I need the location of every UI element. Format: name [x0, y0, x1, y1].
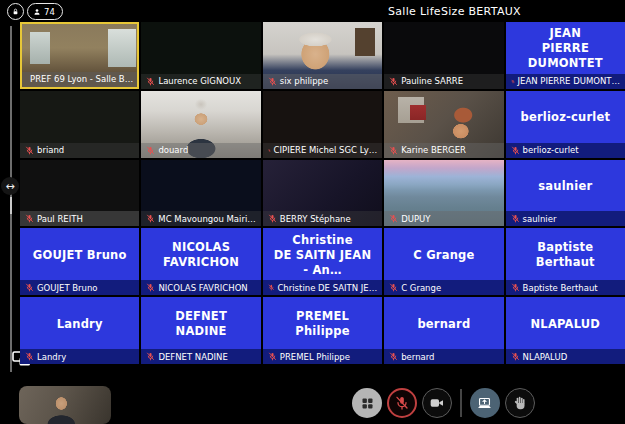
participant-tile[interactable]: NLAPALUDNLAPALUD	[506, 297, 625, 364]
participant-tile[interactable]: berlioz-curletberlioz-curlet	[506, 91, 625, 158]
muted-mic-icon	[268, 77, 277, 86]
muted-mic-icon	[146, 77, 155, 86]
horizontal-resize-icon[interactable]: ↔	[1, 177, 19, 195]
participant-tile[interactable]: Christine DE SAITN JEAN - An…Christine D…	[263, 228, 382, 295]
participant-label-bar: Karine BERGER	[384, 143, 503, 158]
panel-divider-highlight	[10, 197, 13, 214]
muted-mic-icon	[511, 283, 520, 292]
muted-mic-icon	[389, 77, 398, 86]
participant-label-bar: six philippe	[263, 74, 382, 89]
participant-label-bar: Pauline SARRE	[384, 74, 503, 89]
participant-label-bar: DEFNET NADINE	[141, 349, 260, 364]
participant-label-bar: berlioz-curlet	[506, 143, 625, 158]
participant-label-bar: Paul REITH	[20, 211, 139, 226]
participant-name: berlioz-curlet	[506, 91, 625, 145]
control-divider	[460, 389, 462, 417]
participant-label: DUPUY	[401, 214, 430, 224]
muted-mic-icon	[511, 77, 515, 86]
muted-mic-icon	[146, 146, 155, 155]
participant-label: berlioz-curlet	[523, 145, 579, 155]
participant-label-bar: PREMEL Philippe	[263, 349, 382, 364]
participant-name: bernard	[384, 297, 503, 351]
participant-tile[interactable]: briand	[20, 91, 139, 158]
participant-label-bar: GOUJET Bruno	[20, 280, 139, 295]
participant-label: GOUJET Bruno	[37, 283, 98, 293]
participant-name: saulnier	[506, 160, 625, 214]
participant-label: Baptiste Berthaut	[523, 283, 598, 293]
muted-mic-icon	[389, 214, 398, 223]
participant-tile[interactable]: GOUJET BrunoGOUJET Bruno	[20, 228, 139, 295]
participant-label: PREMEL Philippe	[280, 352, 350, 362]
participant-label-bar: Landry	[20, 349, 139, 364]
control-bar	[352, 388, 535, 418]
muted-mic-icon	[511, 146, 520, 155]
participant-tile[interactable]: C GrangeC Grange	[384, 228, 503, 295]
participant-label: JEAN PIERRE DUMONT…	[518, 76, 620, 86]
participant-tile[interactable]: BERRY Stéphane	[263, 160, 382, 227]
muted-mic-icon	[389, 146, 398, 155]
microphone-mute-button[interactable]	[387, 388, 417, 418]
layout-grid-icon	[360, 396, 375, 411]
participant-tile[interactable]: JEAN PIERRE DUMONTETJEAN PIERRE DUMONT…	[506, 22, 625, 89]
participant-label: DEFNET NADINE	[158, 352, 227, 362]
participant-label: Paul REITH	[37, 214, 83, 224]
participant-label-bar: NICOLAS FAVRICHON	[141, 280, 260, 295]
participant-label: Laurence GIGNOUX	[158, 76, 241, 86]
muted-mic-icon	[146, 352, 155, 361]
participant-tile[interactable]: LandryLandry	[20, 297, 139, 364]
muted-mic-icon	[268, 146, 271, 155]
participant-label: Landry	[37, 352, 66, 362]
self-view-video[interactable]	[19, 386, 111, 424]
participant-tile[interactable]: saulniersaulnier	[506, 160, 625, 227]
participant-count: 74	[44, 7, 55, 17]
participant-name: Christine DE SAITN JEAN - An…	[263, 228, 382, 282]
participant-label: douard	[158, 145, 188, 155]
camera-button[interactable]	[422, 388, 452, 418]
participant-tile[interactable]: Karine BERGER	[384, 91, 503, 158]
participant-tile[interactable]: six philippe	[263, 22, 382, 89]
top-bar: 74 Salle LifeSize BERTAUX	[0, 0, 625, 22]
camera-icon	[429, 395, 445, 411]
participant-count-pill[interactable]: 74	[27, 3, 63, 20]
raise-hand-button[interactable]	[505, 388, 535, 418]
participant-label: BERRY Stéphane	[280, 214, 351, 224]
participant-label: CIPIERE Michel SGC Ly…	[274, 145, 378, 155]
participant-label-bar: NLAPALUD	[506, 349, 625, 364]
muted-mic-icon	[389, 283, 398, 292]
participant-tile[interactable]: douard	[141, 91, 260, 158]
muted-mic-icon	[268, 283, 275, 292]
participant-name: NICOLAS FAVRICHON	[141, 228, 260, 282]
participant-label: six philippe	[280, 76, 328, 86]
participant-label: bernard	[401, 352, 434, 362]
muted-mic-icon	[394, 395, 410, 411]
participant-tile[interactable]: Baptiste BerthautBaptiste Berthaut	[506, 228, 625, 295]
participant-tile[interactable]: Paul REITH	[20, 160, 139, 227]
participant-label: NLAPALUD	[523, 352, 568, 362]
participant-tile[interactable]: MC Mavoungou Mairi…	[141, 160, 260, 227]
present-screen-button[interactable]	[470, 388, 500, 418]
participant-tile[interactable]: NICOLAS FAVRICHONNICOLAS FAVRICHON	[141, 228, 260, 295]
participant-label-bar: JEAN PIERRE DUMONT…	[506, 74, 625, 89]
participant-tile[interactable]: PREMEL PhilippePREMEL Philippe	[263, 297, 382, 364]
participant-tile[interactable]: CIPIERE Michel SGC Ly…	[263, 91, 382, 158]
layout-grid-button[interactable]	[352, 388, 382, 418]
participant-label-bar: DUPUY	[384, 211, 503, 226]
participant-tile[interactable]: PREF 69 Lyon - Salle B…	[20, 22, 139, 89]
participant-label: Karine BERGER	[401, 145, 466, 155]
participant-label: C Grange	[401, 283, 441, 293]
participant-tile[interactable]: bernardbernard	[384, 297, 503, 364]
muted-mic-icon	[268, 214, 277, 223]
participant-label: briand	[37, 145, 64, 155]
muted-mic-icon	[511, 352, 520, 361]
muted-mic-icon	[25, 352, 34, 361]
participant-tile[interactable]: Pauline SARRE	[384, 22, 503, 89]
muted-mic-icon	[25, 283, 34, 292]
lock-icon	[7, 3, 24, 20]
participant-name: DEFNET NADINE	[141, 297, 260, 351]
participant-label-bar: Laurence GIGNOUX	[141, 74, 260, 89]
participant-tile[interactable]: DUPUY	[384, 160, 503, 227]
participant-label-bar: Christine DE SAITN JE…	[263, 280, 382, 295]
participant-tile[interactable]: Laurence GIGNOUX	[141, 22, 260, 89]
participant-tile[interactable]: DEFNET NADINEDEFNET NADINE	[141, 297, 260, 364]
participant-label: NICOLAS FAVRICHON	[158, 283, 247, 293]
